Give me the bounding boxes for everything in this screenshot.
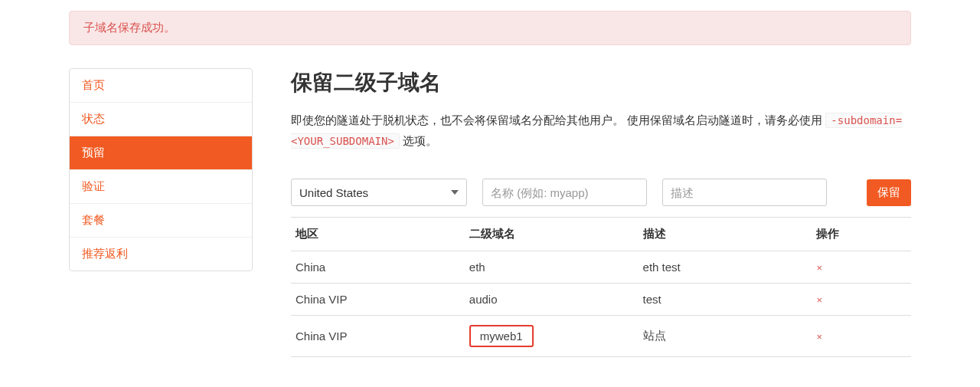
cell-subdomain: audio	[465, 284, 639, 316]
desc-text-1: 即使您的隧道处于脱机状态，也不会将保留域名分配给其他用户。 使用保留域名启动隧道…	[291, 113, 825, 126]
cell-region: China VIP	[291, 284, 465, 316]
th-subdomain: 二级域名	[465, 218, 639, 251]
alert-success: 子域名保存成功。	[69, 11, 911, 45]
delete-icon[interactable]: ×	[816, 294, 822, 306]
cell-subdomain: myweb1	[465, 316, 639, 357]
domain-table: 地区 二级域名 描述 操作 Chinaetheth test×China VIP…	[291, 217, 911, 357]
name-input[interactable]	[482, 179, 647, 206]
sidebar-item-0[interactable]: 首页	[70, 69, 252, 103]
desc-input[interactable]	[662, 179, 827, 206]
main-content: 保留二级子域名 即使您的隧道处于脱机状态，也不会将保留域名分配给其他用户。 使用…	[291, 68, 911, 357]
sidebar-item-3[interactable]: 验证	[70, 170, 252, 204]
sidebar: 首页状态预留验证套餐推荐返利	[69, 68, 253, 271]
cell-subdomain: eth	[465, 251, 639, 284]
th-desc: 描述	[639, 218, 812, 251]
sidebar-item-2[interactable]: 预留	[70, 136, 252, 170]
th-region: 地区	[291, 218, 465, 251]
highlight-box: myweb1	[469, 325, 534, 347]
delete-icon[interactable]: ×	[816, 262, 822, 274]
delete-icon[interactable]: ×	[816, 331, 822, 343]
cell-desc: eth test	[639, 251, 812, 284]
reserve-button[interactable]: 保留	[867, 179, 911, 206]
cell-op: ×	[812, 284, 911, 316]
table-row: China VIPaudiotest×	[291, 284, 911, 316]
cell-op: ×	[812, 316, 911, 357]
page-description: 即使您的隧道处于脱机状态，也不会将保留域名分配给其他用户。 使用保留域名启动隧道…	[291, 110, 911, 151]
sidebar-item-5[interactable]: 推荐返利	[70, 238, 252, 271]
reserve-form: United States 保留	[291, 179, 911, 206]
desc-text-2: 选项。	[400, 134, 437, 147]
cell-region: China	[291, 251, 465, 284]
sidebar-item-1[interactable]: 状态	[70, 103, 252, 136]
cell-desc: 站点	[639, 316, 812, 357]
cell-region: China VIP	[291, 316, 465, 357]
cell-desc: test	[639, 284, 812, 316]
cell-op: ×	[812, 251, 911, 284]
th-op: 操作	[812, 218, 911, 251]
table-row: China VIPmyweb1站点×	[291, 316, 911, 357]
region-select[interactable]: United States	[291, 179, 467, 206]
sidebar-item-4[interactable]: 套餐	[70, 204, 252, 238]
page-title: 保留二级子域名	[291, 68, 911, 97]
table-row: Chinaetheth test×	[291, 251, 911, 284]
